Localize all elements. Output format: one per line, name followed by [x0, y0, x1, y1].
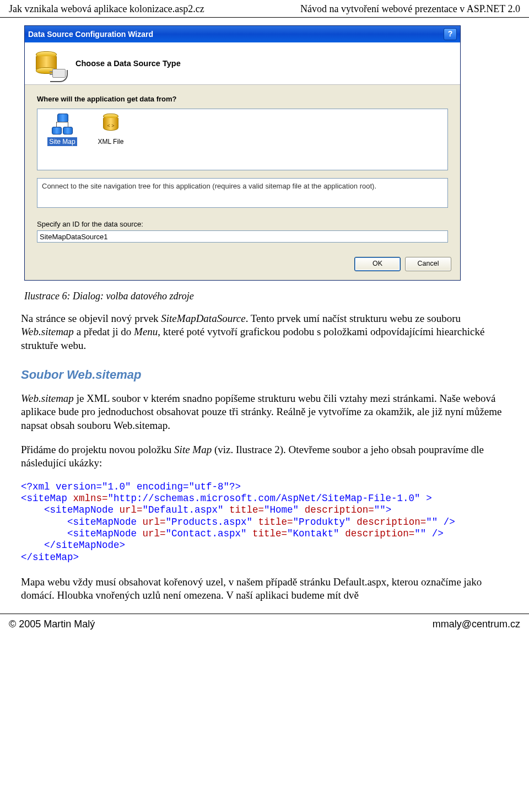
dialog-title: Data Source Configuration Wizard — [28, 30, 153, 39]
section-heading-soubor: Soubor Web.sitemap — [21, 368, 508, 382]
paragraph-2: Web.sitemap je XML soubor v kterém snadn… — [21, 392, 508, 432]
dialog-banner: Choose a Data Source Type — [25, 42, 460, 85]
xml-code-sample: <?xml version="1.0" encoding="utf-8"?> <… — [21, 481, 508, 563]
figure-caption: Ilustrace 6: Dialog: volba datového zdro… — [0, 288, 529, 312]
banner-title: Choose a Data Source Type — [75, 59, 181, 68]
database-plug-icon — [36, 50, 62, 77]
data-source-id-input[interactable] — [37, 230, 448, 243]
ok-button[interactable]: OK — [354, 257, 401, 271]
paragraph-1: Na stránce se objevil nový prvek SiteMap… — [21, 312, 508, 352]
option-sitemap-label: Site Map — [47, 137, 77, 146]
paragraph-3: Přidáme do projektu novou položku Site M… — [21, 443, 508, 470]
header-right: Návod na vytvoření webové prezentace v A… — [300, 3, 520, 15]
header-left: Jak vznikala webová aplikace kolonizace.… — [9, 3, 204, 15]
footer-email: mmaly@centrum.cz — [433, 619, 520, 630]
option-xmlfile-label: XML File — [96, 137, 126, 146]
option-sitemap[interactable]: Site Map — [43, 114, 82, 146]
footer-copyright: © 2005 Martin Malý — [9, 619, 95, 630]
data-source-list[interactable]: Site Map < > XML File — [37, 109, 448, 170]
id-label: Specify an ID for the data source: — [37, 220, 448, 228]
sitemap-icon — [52, 114, 73, 136]
xml-file-icon: < > — [100, 114, 121, 136]
cancel-button[interactable]: Cancel — [405, 257, 451, 271]
dialog-titlebar: Data Source Configuration Wizard ? — [25, 26, 460, 42]
data-source-wizard-dialog: Data Source Configuration Wizard ? Choos… — [24, 25, 461, 281]
option-xmlfile[interactable]: < > XML File — [91, 114, 130, 146]
question-label: Where will the application get data from… — [37, 95, 448, 103]
help-button[interactable]: ? — [444, 28, 457, 40]
paragraph-4: Mapa webu vždy musí obsahovat kořenový u… — [21, 576, 508, 603]
option-description: Connect to the site navigation tree for … — [37, 178, 448, 208]
